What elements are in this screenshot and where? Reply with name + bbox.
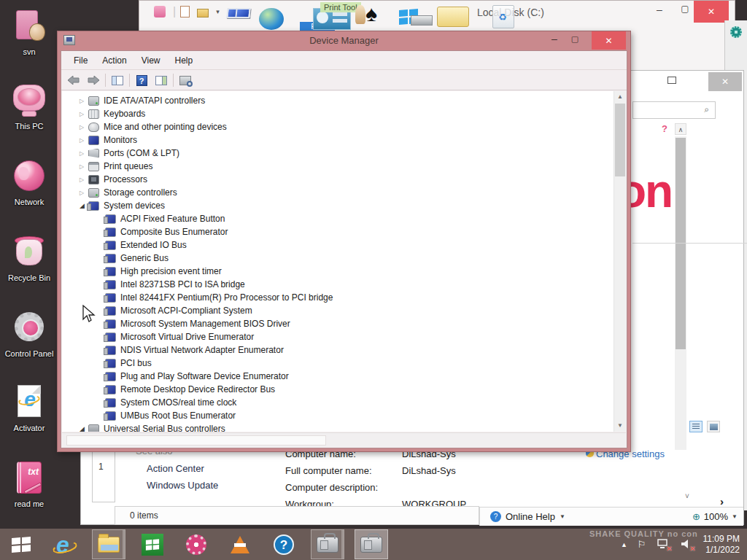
tree-item[interactable]: Microsoft System Management BIOS Driver <box>62 317 613 330</box>
minimize-button[interactable]: – <box>546 33 563 44</box>
tree-item[interactable]: Plug and Play Software Device Enumerator <box>62 370 613 383</box>
tree-item[interactable]: ▷Mice and other pointing devices <box>62 120 613 133</box>
twisty-collapsed-icon[interactable]: ▷ <box>80 137 88 144</box>
online-help-dropdown-icon[interactable]: ▼ <box>560 513 565 520</box>
taskbar-device-manager[interactable] <box>355 529 388 559</box>
vertical-scrollbar[interactable] <box>675 136 686 450</box>
twisty-collapsed-icon[interactable]: ▷ <box>80 150 88 157</box>
show-hidden-icons[interactable]: ▲ <box>621 541 627 548</box>
tree-item[interactable]: Remote Desktop Device Redirector Bus <box>62 383 613 396</box>
tree-item[interactable]: ◢Universal Serial Bus controllers <box>62 422 613 432</box>
maximize-button[interactable]: ▢ <box>566 34 584 44</box>
tree-item[interactable]: ▷Keyboards <box>62 107 613 120</box>
network-computers-icon[interactable] <box>227 8 250 21</box>
menu-help[interactable]: Help <box>169 52 200 69</box>
taskbar-vlc[interactable] <box>223 529 257 559</box>
tree-item[interactable]: Composite Bus Enumerator <box>62 225 613 238</box>
menu-view[interactable]: View <box>135 52 167 69</box>
close-button[interactable]: ✕ <box>694 1 729 23</box>
menu-action[interactable]: Action <box>96 52 133 69</box>
help-icon[interactable]: ? <box>133 73 150 88</box>
desktop-icon-this-pc[interactable]: This PC <box>3 83 55 131</box>
twisty-collapsed-icon[interactable]: ▷ <box>80 190 88 196</box>
tree-item[interactable]: High precision event timer <box>62 265 613 278</box>
chevron-right-icon[interactable]: › <box>720 495 724 508</box>
desktop-icon-control-panel[interactable]: Control Panel <box>3 311 55 358</box>
network-status-icon[interactable]: ✕ <box>657 539 670 551</box>
folders-icon[interactable] <box>437 7 469 27</box>
tree-item[interactable]: Generic Bus <box>62 252 613 265</box>
tree-item[interactable]: ▷Processors <box>62 173 613 186</box>
horizontal-scrollbar[interactable] <box>62 432 626 447</box>
maximize-button[interactable]: ▢ <box>676 4 694 14</box>
desktop-icon-read-me[interactable]: txt read me <box>3 461 55 508</box>
link-windows-update[interactable]: Windows Update <box>147 480 218 491</box>
recycle-bin-window-icon[interactable]: ♻ <box>492 5 514 28</box>
taskbar-help[interactable]: ? <box>267 529 301 559</box>
minimize-button[interactable]: – <box>650 4 669 15</box>
tree-item[interactable]: ACPI Fixed Feature Button <box>62 212 613 225</box>
scrollbar-thumb[interactable] <box>66 435 326 446</box>
taskbar-file-explorer[interactable] <box>92 529 125 559</box>
taskbar-internet-explorer[interactable]: e <box>48 529 82 559</box>
tree-item[interactable]: Extended IO Bus <box>62 238 613 252</box>
tree-item[interactable]: Intel 82371SB PCI to ISA bridge <box>62 278 613 291</box>
help-question-icon[interactable]: ? <box>662 123 667 134</box>
forward-icon[interactable] <box>85 73 101 88</box>
twisty-collapsed-icon[interactable]: ▷ <box>80 124 88 131</box>
tree-item[interactable]: Microsoft ACPI-Compliant System <box>62 304 613 317</box>
scroll-up-arrow[interactable]: ▲ <box>614 91 626 103</box>
close-button[interactable]: ✕ <box>708 72 742 91</box>
tree-item[interactable]: ▷Print queues <box>62 160 613 173</box>
taskbar-device-tool[interactable] <box>311 529 344 559</box>
zoom-dropdown-icon[interactable]: ▼ <box>732 513 738 520</box>
twisty-expanded-icon[interactable]: ◢ <box>80 425 88 432</box>
search-box[interactable]: ⌕ <box>632 101 716 119</box>
restore-button[interactable] <box>667 77 676 84</box>
taskbar-clock[interactable]: 11:09 PM 1/1/2022 <box>703 534 740 556</box>
desktop-icon-network[interactable]: Network <box>3 159 55 206</box>
scrollbar-thumb[interactable] <box>615 104 625 176</box>
tree-item[interactable]: Intel 82441FX Pentium(R) Pro Processor t… <box>62 291 613 304</box>
tree-item[interactable]: Microsoft Virtual Drive Enumerator <box>62 330 613 343</box>
search-icon[interactable]: ⌕ <box>704 104 709 114</box>
scroll-down-arrow[interactable]: ▼ <box>614 420 626 432</box>
online-help-label[interactable]: Online Help <box>506 511 555 522</box>
tree-item[interactable]: ▷Ports (COM & LPT) <box>62 147 613 160</box>
twisty-collapsed-icon[interactable]: ▷ <box>80 163 88 170</box>
close-button[interactable]: ✕ <box>592 31 626 50</box>
new-item-icon[interactable] <box>180 6 190 18</box>
show-console-tree-icon[interactable] <box>109 73 125 88</box>
tree-item[interactable]: ▷Storage controllers <box>62 186 613 199</box>
back-icon[interactable] <box>66 73 82 88</box>
desktop-icon-svn[interactable]: svn <box>3 9 55 56</box>
tree-item[interactable]: ▷IDE ATA/ATAPI controllers <box>62 94 613 107</box>
taskbar-store[interactable] <box>136 529 169 559</box>
internet-globe-icon[interactable] <box>259 8 284 30</box>
tree-item[interactable]: UMBus Root Bus Enumerator <box>62 409 613 422</box>
tree-item[interactable]: ◢System devices <box>62 199 613 212</box>
start-button[interactable] <box>4 529 38 559</box>
printer-icon[interactable] <box>411 15 433 26</box>
twisty-collapsed-icon[interactable]: ▷ <box>80 98 88 104</box>
link-action-center[interactable]: Action Center <box>147 463 204 474</box>
twisty-collapsed-icon[interactable]: ▷ <box>80 111 88 117</box>
tree-item[interactable]: System CMOS/real time clock <box>62 396 613 409</box>
properties-icon[interactable] <box>153 73 169 88</box>
scan-hardware-changes-icon[interactable] <box>177 73 193 88</box>
folder-properties-icon[interactable] <box>197 9 209 18</box>
twisty-collapsed-icon[interactable]: ▷ <box>80 176 88 183</box>
thumbnail-view-button[interactable] <box>707 421 720 432</box>
zoom-level[interactable]: 100% <box>704 511 728 522</box>
desktop-icon-recycle-bin[interactable]: Recycle Bin <box>3 235 55 282</box>
volume-muted-icon[interactable]: ✕ <box>680 539 693 551</box>
action-center-flag-icon[interactable]: ⚐ <box>638 539 646 550</box>
spade-icon[interactable]: ♠ <box>365 4 377 24</box>
qat-chevron-down-icon[interactable]: ▾ <box>216 8 220 15</box>
zoom-in-icon[interactable]: ⊕ <box>692 511 700 522</box>
taskbar-settings[interactable] <box>179 529 213 559</box>
menu-file[interactable]: File <box>67 52 94 69</box>
vertical-scrollbar[interactable]: ▲ ▼ <box>614 91 626 432</box>
desktop-icon-activator[interactable]: e Activator <box>3 385 55 432</box>
scroll-up-arrow[interactable]: ∧ <box>675 123 686 135</box>
